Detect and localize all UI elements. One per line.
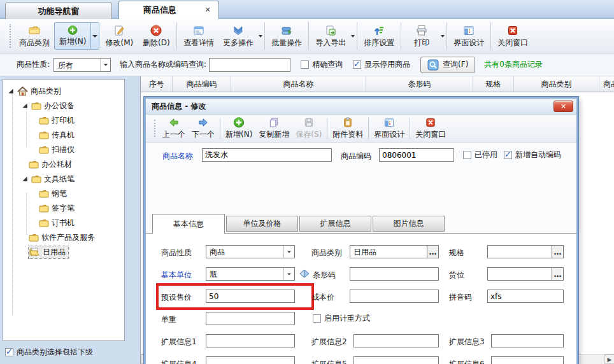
tab-label: 图片信息 bbox=[394, 218, 424, 229]
ext6-input[interactable] bbox=[491, 356, 564, 364]
pinyin-input[interactable] bbox=[487, 290, 564, 303]
column-header[interactable]: 商品性质 bbox=[599, 76, 614, 92]
nature-filter-select[interactable]: 所有 bbox=[54, 58, 111, 72]
checkbox-label: 启用计重方式 bbox=[324, 313, 370, 324]
barcode-input[interactable] bbox=[350, 267, 439, 281]
ext5-input[interactable] bbox=[353, 356, 439, 364]
ext3-input[interactable] bbox=[491, 334, 564, 347]
delete-button[interactable]: 删除(D) bbox=[138, 19, 175, 53]
tree-item[interactable]: 传真机 bbox=[39, 129, 75, 141]
dialog-close-button[interactable]: ✕ bbox=[553, 101, 573, 112]
ellipsis-button[interactable]: … bbox=[427, 246, 438, 258]
dialog-tab-strip: 基本信息 单位及价格 扩展信息 图片信息 bbox=[146, 214, 576, 234]
tree-item-selected[interactable]: 日用品 bbox=[29, 246, 68, 258]
unit-weight-input[interactable] bbox=[206, 312, 295, 325]
ellipsis-button[interactable]: … bbox=[552, 268, 563, 280]
expand-triangle-icon[interactable] bbox=[8, 88, 13, 93]
spec-picker[interactable]: … bbox=[487, 245, 564, 258]
add-new-dropdown[interactable] bbox=[91, 22, 99, 50]
tree-item[interactable]: 办公耗材 bbox=[29, 158, 72, 171]
column-header[interactable]: 序号 bbox=[141, 76, 173, 92]
exact-search-checkbox[interactable]: 精确查询 bbox=[301, 59, 343, 70]
ext2-input[interactable] bbox=[353, 334, 439, 347]
column-header[interactable]: 规格 bbox=[473, 76, 514, 92]
copy-add-button[interactable]: 复制新增 bbox=[255, 115, 292, 142]
next-button[interactable]: 下一个 bbox=[189, 115, 218, 142]
base-unit-select[interactable]: 瓶 bbox=[206, 267, 295, 281]
expand-triangle-icon[interactable] bbox=[22, 103, 27, 108]
search-input[interactable] bbox=[209, 58, 290, 72]
tree-item-label: 扫描仪 bbox=[52, 144, 75, 155]
column-header[interactable]: 商品名称 bbox=[231, 76, 366, 92]
preset-price-input[interactable] bbox=[206, 290, 295, 303]
modify-button[interactable]: 修改(M) bbox=[101, 19, 138, 53]
tree-item-label: 办公耗材 bbox=[41, 159, 72, 170]
toolbar-separator bbox=[446, 22, 447, 50]
ext1-input[interactable] bbox=[206, 334, 295, 347]
chevron-down-icon[interactable] bbox=[441, 35, 445, 38]
tab-unit-price[interactable]: 单位及价格 bbox=[226, 216, 298, 232]
product-name-input[interactable] bbox=[202, 148, 332, 162]
save-button: 保存(S) bbox=[292, 115, 325, 142]
tree-item[interactable]: 软件产品及服务 bbox=[29, 231, 95, 244]
dialog-title-bar[interactable]: 商品信息 - 修改 ✕ bbox=[146, 99, 576, 115]
add-new-button[interactable]: 新增(N) bbox=[54, 22, 91, 50]
dialog-ui-design-button[interactable]: 界面设计 bbox=[371, 115, 408, 142]
category-picker[interactable]: 日用品 … bbox=[350, 245, 439, 258]
sort-settings-button[interactable]: 排序设置 bbox=[359, 19, 399, 53]
batch-operations-button[interactable]: 批量操作 bbox=[267, 19, 306, 53]
ext4-label: 扩展信息4 bbox=[161, 359, 197, 364]
tab-product-info[interactable]: 商品信息 ✕ bbox=[118, 1, 219, 19]
button-label: 下一个 bbox=[192, 129, 215, 140]
autocode-checkbox[interactable]: 新增自动编码 bbox=[504, 150, 561, 160]
ext4-input[interactable] bbox=[206, 356, 295, 364]
search-icon bbox=[427, 59, 439, 71]
ext2-label: 扩展信息2 bbox=[311, 337, 347, 347]
print-button[interactable]: 打印 bbox=[403, 19, 440, 53]
scroll-right-icon[interactable]: ▶ bbox=[604, 354, 614, 364]
nature-select[interactable]: 商品 bbox=[206, 245, 295, 258]
tree-item[interactable]: 扫描仪 bbox=[39, 143, 75, 156]
previous-button[interactable]: 上一个 bbox=[159, 115, 189, 142]
tree-item[interactable]: 文具纸笔 bbox=[21, 172, 75, 185]
dialog-add-new-button[interactable]: 新增(N) bbox=[222, 115, 255, 142]
show-disabled-checkbox[interactable]: 显示停用商品 bbox=[353, 59, 410, 70]
location-picker[interactable]: … bbox=[487, 267, 564, 281]
tree-item[interactable]: 钢笔 bbox=[39, 187, 67, 200]
expand-triangle-icon[interactable] bbox=[22, 176, 27, 181]
column-header[interactable]: 商品编码 bbox=[173, 76, 231, 92]
plus-circle-icon bbox=[232, 116, 245, 129]
main-toolbar: 商品类别 新增(N) 修改(M) 删除(D) 查看详情 更多操作 批量操作 导入… bbox=[0, 19, 614, 53]
tree-item[interactable]: 办公设备 bbox=[21, 99, 75, 112]
tab-picture-info[interactable]: 图片信息 bbox=[373, 216, 445, 232]
tab-function-nav[interactable]: 功能导航窗 bbox=[5, 3, 112, 19]
tree-item[interactable]: 签字笔 bbox=[39, 202, 75, 214]
tab-basic-info[interactable]: 基本信息 bbox=[152, 214, 225, 234]
more-operations-button[interactable]: 更多操作 bbox=[218, 19, 258, 53]
attachments-button[interactable]: 附件资料 bbox=[329, 115, 366, 142]
tree-item[interactable]: 订书机 bbox=[39, 216, 75, 229]
chevron-down-icon[interactable] bbox=[351, 35, 355, 38]
tree-item-root[interactable]: 商品类别 bbox=[7, 85, 61, 97]
ui-design-button[interactable]: 界面设计 bbox=[449, 19, 489, 53]
import-export-button[interactable]: 导入导出 bbox=[311, 19, 350, 53]
tree-item[interactable]: 打印机 bbox=[39, 114, 75, 127]
tab-close-icon[interactable]: ✕ bbox=[203, 6, 212, 15]
ellipsis-button[interactable]: … bbox=[552, 246, 563, 258]
column-header[interactable]: 商品类别 bbox=[514, 76, 599, 92]
weighing-mode-checkbox[interactable]: 启用计重方式 bbox=[313, 313, 370, 324]
include-children-checkbox[interactable]: 商品类别选择包括下级 bbox=[5, 347, 93, 358]
toolbar-separator bbox=[368, 118, 369, 139]
folder-icon bbox=[39, 146, 49, 154]
chevron-down-icon[interactable] bbox=[259, 35, 262, 38]
product-category-button[interactable]: 商品类别 bbox=[15, 19, 54, 53]
query-button[interactable]: 查询(F) bbox=[420, 57, 475, 73]
product-code-input[interactable] bbox=[379, 148, 454, 162]
close-window-button[interactable]: 关闭窗口 bbox=[493, 19, 532, 53]
stopped-checkbox[interactable]: 已停用 bbox=[463, 150, 497, 160]
tab-extended-info[interactable]: 扩展信息 bbox=[299, 216, 371, 232]
dialog-close-window-button[interactable]: 关闭窗口 bbox=[412, 115, 449, 142]
column-header[interactable]: 条形码 bbox=[366, 76, 473, 92]
cost-price-input[interactable] bbox=[350, 290, 439, 303]
view-details-button[interactable]: 查看详情 bbox=[179, 19, 218, 53]
